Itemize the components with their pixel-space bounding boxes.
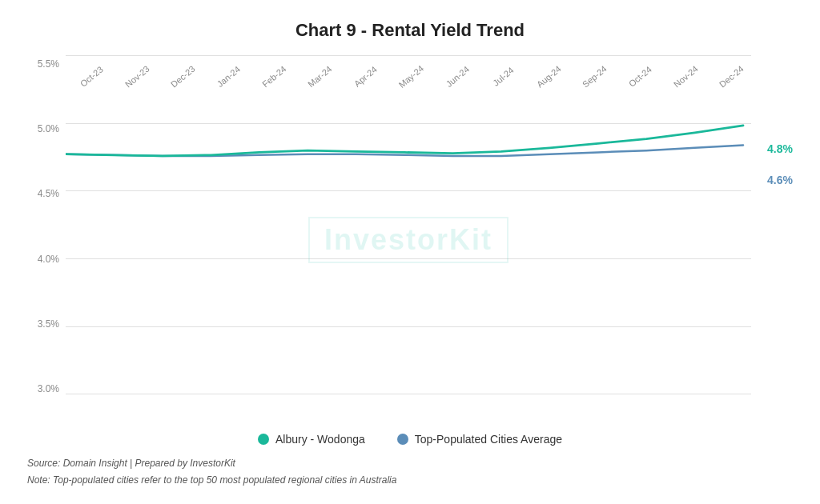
y-axis-label: 4.0%	[38, 254, 59, 265]
grid-line	[66, 326, 751, 327]
right-spacer	[751, 55, 796, 425]
footer-source: Source: Domain Insight | Prepared by Inv…	[27, 455, 796, 471]
chart-title: Chart 9 - Rental Yield Trend	[24, 20, 796, 41]
legend-label-albury: Albury - Wodonga	[275, 433, 365, 446]
plot-area: InvestorKit 4.8% 4.6% Oct-23Nov-23Dec-23…	[66, 55, 751, 425]
chart-area: 5.5%5.0%4.5%4.0%3.5%3.0% InvestorKit 4.8…	[24, 55, 796, 425]
end-label-albury: 4.8%	[767, 142, 793, 155]
y-axis-label: 3.0%	[38, 383, 59, 394]
end-label-topcities: 4.6%	[767, 174, 793, 186]
footer: Source: Domain Insight | Prepared by Inv…	[24, 455, 796, 488]
legend-dot-albury	[258, 434, 269, 445]
y-axis-label: 5.5%	[38, 58, 59, 70]
legend-item-albury: Albury - Wodonga	[258, 433, 365, 446]
footer-note: Note: Top-populated cities refer to the …	[27, 472, 796, 488]
y-axis: 5.5%5.0%4.5%4.0%3.5%3.0%	[24, 55, 66, 425]
y-axis-label: 5.0%	[38, 123, 59, 134]
grid-line	[66, 394, 751, 394]
legend-label-topcities: Top-Populated Cities Average	[415, 433, 562, 446]
legend-item-topcities: Top-Populated Cities Average	[397, 433, 562, 446]
y-axis-label: 4.5%	[38, 188, 59, 199]
chart-container: Chart 9 - Rental Yield Trend 5.5%5.0%4.5…	[0, 0, 820, 504]
y-axis-label: 3.5%	[38, 318, 59, 330]
legend: Albury - Wodonga Top-Populated Cities Av…	[24, 433, 796, 446]
legend-dot-topcities	[397, 434, 408, 445]
